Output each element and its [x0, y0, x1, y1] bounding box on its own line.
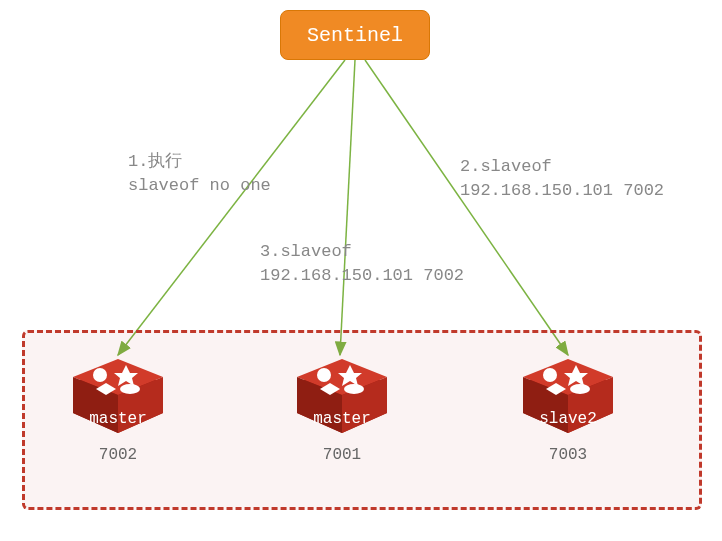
- arrow-left: [118, 60, 345, 355]
- redis-node-2: master 7001: [282, 355, 402, 464]
- redis-icon: slave2: [518, 355, 618, 440]
- node-role-label: master: [292, 410, 392, 428]
- svg-point-5: [93, 368, 107, 382]
- redis-node-3: slave2 7003: [508, 355, 628, 464]
- redis-icon: master: [292, 355, 392, 440]
- arrow-right: [365, 60, 568, 355]
- node-port-label: 7002: [58, 446, 178, 464]
- edge-label-left: 1.执行 slaveof no one: [128, 150, 271, 198]
- redis-icon: master: [68, 355, 168, 440]
- svg-point-24: [570, 384, 590, 394]
- edge-label-right: 2.slaveof 192.168.150.101 7002: [460, 155, 664, 203]
- svg-point-16: [344, 384, 364, 394]
- sentinel-label: Sentinel: [307, 24, 403, 47]
- svg-point-13: [317, 368, 331, 382]
- redis-node-1: master 7002: [58, 355, 178, 464]
- sentinel-box: Sentinel: [280, 10, 430, 60]
- arrow-middle: [340, 60, 355, 355]
- node-port-label: 7003: [508, 446, 628, 464]
- svg-point-21: [543, 368, 557, 382]
- edge-label-middle: 3.slaveof 192.168.150.101 7002: [260, 240, 464, 288]
- node-port-label: 7001: [282, 446, 402, 464]
- node-role-label: master: [68, 410, 168, 428]
- node-role-label: slave2: [518, 410, 618, 428]
- svg-point-8: [120, 384, 140, 394]
